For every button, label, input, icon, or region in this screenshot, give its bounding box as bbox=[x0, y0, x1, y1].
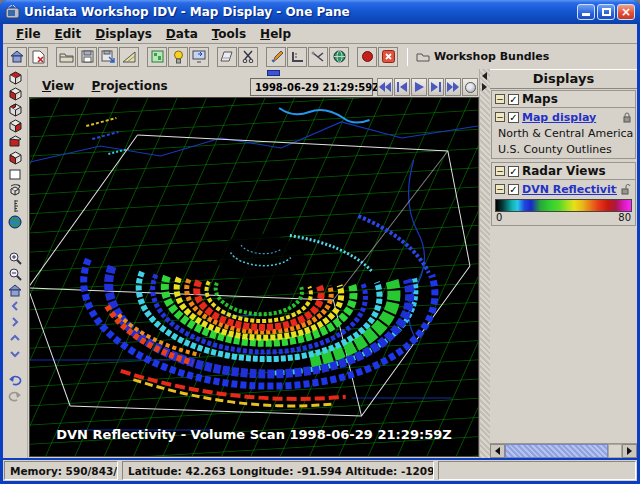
menu-projections[interactable]: Projections bbox=[86, 77, 174, 95]
animation-controls bbox=[377, 78, 478, 96]
maps-visibility-checkbox[interactable]: ✓ bbox=[508, 94, 519, 105]
menu-tools[interactable]: Tools bbox=[205, 25, 253, 43]
time-slider-thumb[interactable] bbox=[267, 70, 280, 76]
set-square-icon bbox=[122, 50, 136, 63]
memory-status: Memory: 590/843/1041 MB bbox=[4, 461, 118, 480]
map-display-row: − ✓ Map display bbox=[492, 108, 635, 126]
cube-front-icon bbox=[8, 135, 23, 149]
rewind-button[interactable] bbox=[377, 78, 393, 96]
step-forward-button[interactable] bbox=[428, 78, 444, 96]
undo-button[interactable] bbox=[6, 372, 24, 388]
scroll-left-icon bbox=[495, 447, 500, 455]
step-back-button[interactable] bbox=[394, 78, 410, 96]
capture-image-button[interactable] bbox=[147, 47, 167, 67]
measure-button[interactable] bbox=[287, 47, 307, 67]
zoom-in-button[interactable] bbox=[6, 250, 24, 266]
zoom-out-button[interactable] bbox=[6, 266, 24, 282]
reset-box-button[interactable] bbox=[6, 166, 24, 182]
current-time-value: 1998-06-29 21:29:59Z bbox=[255, 82, 379, 93]
drawing-preferences-button[interactable] bbox=[119, 47, 139, 67]
save-button[interactable] bbox=[77, 47, 97, 67]
menu-data[interactable]: Data bbox=[159, 25, 205, 43]
pan-down-button[interactable] bbox=[6, 346, 24, 362]
step-forward-icon bbox=[431, 82, 441, 92]
radar-views-group: − ✓ Radar Views − ✓ DVN Reflectivity - V… bbox=[491, 162, 636, 226]
radar-visibility-checkbox[interactable]: ✓ bbox=[508, 166, 519, 177]
map-layer-label[interactable]: U.S. County Outlines bbox=[492, 142, 635, 158]
pan-left-button[interactable] bbox=[6, 298, 24, 314]
redo-button[interactable] bbox=[6, 388, 24, 404]
pan-right-button[interactable] bbox=[6, 314, 24, 330]
scrollbar-track[interactable] bbox=[608, 444, 622, 458]
home-view-button[interactable] bbox=[6, 282, 24, 298]
scroll-left-button[interactable] bbox=[490, 444, 505, 458]
displays-panel: Displays − ✓ Maps − ✓ Map display North … bbox=[490, 69, 637, 458]
map-layer-label[interactable]: North & Central America bbox=[492, 126, 635, 142]
save-as-button[interactable] bbox=[98, 47, 118, 67]
record-button[interactable] bbox=[357, 47, 377, 67]
vertical-scale-button[interactable] bbox=[6, 198, 24, 214]
dvn-reflectivity-link[interactable]: DVN Reflectivity - Volu... bbox=[522, 183, 617, 196]
eraser-icon bbox=[220, 51, 234, 62]
chevron-right-icon bbox=[9, 316, 21, 328]
tools-button[interactable] bbox=[308, 47, 328, 67]
workshop-bundles-button[interactable]: Workshop Bundles bbox=[416, 50, 549, 63]
fast-forward-icon bbox=[447, 82, 459, 92]
menu-displays[interactable]: Displays bbox=[88, 25, 159, 43]
play-button[interactable] bbox=[411, 78, 427, 96]
status-bar: Memory: 590/843/1041 MB Latitude: 42.263… bbox=[3, 460, 637, 481]
menu-file[interactable]: File bbox=[9, 25, 48, 43]
unlock-icon[interactable] bbox=[620, 183, 632, 195]
scrollbar-thumb[interactable] bbox=[505, 444, 608, 458]
view-back-button[interactable] bbox=[6, 102, 24, 118]
collapse-map-display-icon[interactable]: − bbox=[495, 112, 505, 122]
panel-splitter[interactable] bbox=[479, 69, 490, 458]
show-tips-button[interactable] bbox=[168, 47, 188, 67]
view-right-button[interactable] bbox=[6, 118, 24, 134]
globe-display-button[interactable] bbox=[6, 214, 24, 230]
status-spacer bbox=[438, 461, 636, 480]
collapse-maps-icon[interactable]: − bbox=[495, 94, 505, 104]
remove-all-button[interactable] bbox=[28, 47, 48, 67]
collapse-radar-icon[interactable]: − bbox=[495, 166, 505, 176]
globe-projection-button[interactable] bbox=[329, 47, 349, 67]
export-display-button[interactable] bbox=[189, 47, 209, 67]
animation-properties-button[interactable] bbox=[462, 78, 478, 96]
map-display-link[interactable]: Map display bbox=[522, 111, 619, 124]
map-3d-canvas[interactable]: DVN Reflectivity - Volume Scan 1998-06-2… bbox=[29, 97, 479, 457]
collapse-dvn-icon[interactable]: − bbox=[495, 184, 505, 194]
view-top-button[interactable] bbox=[6, 70, 24, 86]
view-left-button[interactable] bbox=[6, 150, 24, 166]
map-display-checkbox[interactable]: ✓ bbox=[508, 112, 519, 123]
drafting-tool-icon bbox=[311, 51, 325, 63]
collapse-left-icon[interactable] bbox=[482, 72, 487, 80]
displays-panel-title: Displays bbox=[490, 69, 637, 89]
view-toolbar bbox=[3, 69, 28, 458]
menu-help[interactable]: Help bbox=[253, 25, 298, 43]
fast-forward-button[interactable] bbox=[445, 78, 461, 96]
time-combobox[interactable]: 1998-06-29 21:29:59Z bbox=[250, 78, 373, 96]
scroll-right-button[interactable] bbox=[622, 444, 637, 458]
minimize-button[interactable] bbox=[577, 4, 595, 20]
dvn-visibility-checkbox[interactable]: ✓ bbox=[508, 184, 519, 195]
maps-group-header: − ✓ Maps bbox=[492, 91, 635, 108]
cut-button[interactable] bbox=[238, 47, 258, 67]
view-front-button[interactable] bbox=[6, 134, 24, 150]
pan-up-button[interactable] bbox=[6, 330, 24, 346]
lock-icon[interactable] bbox=[622, 111, 632, 123]
cancel-button[interactable] bbox=[378, 47, 398, 67]
menu-view[interactable]: View bbox=[36, 77, 80, 95]
app-icon bbox=[5, 5, 20, 19]
maximize-button[interactable] bbox=[597, 4, 615, 20]
edit-formulas-button[interactable] bbox=[266, 47, 286, 67]
view-bottom-button[interactable] bbox=[6, 86, 24, 102]
panel-horizontal-scrollbar bbox=[490, 443, 637, 458]
cancel-x-icon bbox=[382, 50, 395, 63]
collapse-right-icon[interactable] bbox=[482, 83, 487, 91]
rotate-view-button[interactable] bbox=[6, 182, 24, 198]
menu-edit[interactable]: Edit bbox=[48, 25, 89, 43]
close-button[interactable]: × bbox=[617, 4, 635, 20]
home-button[interactable] bbox=[7, 47, 27, 67]
open-file-button[interactable] bbox=[56, 47, 76, 67]
erase-button[interactable] bbox=[217, 47, 237, 67]
